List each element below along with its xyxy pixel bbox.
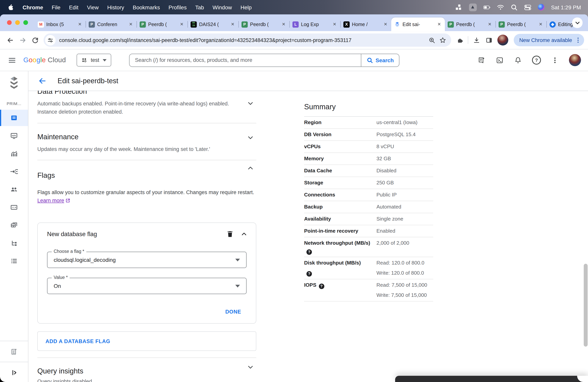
sidebar-item-replication[interactable] [0, 235, 28, 251]
menu-edit[interactable]: Edit [69, 4, 78, 10]
battery-icon[interactable] [483, 4, 490, 11]
tab-conference[interactable]: P Conferen ✕ [86, 18, 136, 31]
expand-query-insights-chevron[interactable] [245, 362, 255, 372]
menu-bookmarks[interactable]: Bookmarks [133, 4, 160, 10]
cloud-search-input[interactable] [129, 53, 361, 67]
sidebar-item-databases[interactable] [0, 199, 28, 215]
zoom-window-button[interactable] [23, 20, 28, 25]
tab-close-icon[interactable]: ✕ [281, 21, 287, 27]
download-icon[interactable] [470, 34, 483, 46]
console-body: PRIM... [0, 71, 588, 382]
help-icon[interactable]: ? [319, 284, 324, 289]
learn-more-link[interactable]: Learn more [37, 198, 64, 203]
tab-close-icon[interactable]: ✕ [332, 21, 337, 27]
minimize-window-button[interactable] [15, 20, 20, 25]
background-window-bar [395, 376, 588, 382]
tab-peerdb-4[interactable]: P Peerdb ( ✕ [496, 18, 546, 31]
sidebar-item-overview[interactable] [0, 110, 28, 126]
query-insights-status: Query insights disabled [37, 379, 256, 382]
sidebar-item-users[interactable] [0, 181, 28, 198]
menu-view[interactable]: View [87, 4, 99, 10]
summary-row-pitr: Point-in-time recoveryEnabled [304, 225, 433, 237]
tab-peerdb-1[interactable]: P Peerdb ( ✕ [137, 18, 188, 31]
tab-x-home[interactable]: X Home / ✕ [341, 18, 391, 31]
side-panel-icon[interactable] [483, 34, 495, 46]
flag-value-select[interactable]: Value * On [47, 278, 247, 294]
back-button[interactable] [4, 34, 16, 46]
vertical-scrollbar-thumb[interactable] [584, 264, 588, 347]
tab-close-icon[interactable]: ✕ [179, 21, 185, 27]
collapse-flag-card-chevron[interactable] [239, 229, 249, 239]
account-avatar[interactable] [569, 54, 581, 66]
browser-profile-avatar[interactable] [497, 35, 508, 45]
sidebar-release-notes[interactable] [0, 341, 28, 362]
menu-file[interactable]: File [52, 4, 61, 10]
tab-log-explorer[interactable]: L Log Exp ✕ [290, 18, 340, 31]
release-notes-icon[interactable] [477, 56, 486, 64]
site-settings-icon[interactable] [45, 35, 56, 45]
tab-inbox[interactable]: M Inbox (5 ✕ [35, 18, 85, 31]
delete-flag-button[interactable] [225, 229, 235, 239]
tab-close-icon[interactable]: ✕ [128, 21, 134, 27]
wifi-icon[interactable] [497, 4, 504, 11]
tab-peerdb-2[interactable]: P Peerdb ( ✕ [239, 18, 289, 31]
tab-close-icon[interactable]: ✕ [77, 21, 83, 27]
expand-data-protection-chevron[interactable] [245, 98, 255, 108]
url-text[interactable]: console.cloud.google.com/sql/instances/s… [59, 37, 426, 43]
menubar-clock[interactable]: Sat 1:29 PM [551, 4, 581, 10]
address-bar[interactable]: console.cloud.google.com/sql/instances/s… [43, 33, 451, 47]
control-center-icon[interactable] [524, 4, 531, 11]
stats-blocks-icon[interactable] [455, 4, 462, 11]
back-arrow-button[interactable] [36, 74, 49, 87]
hamburger-menu-icon[interactable] [7, 55, 17, 65]
flags-description: Flags allow you to customize granular as… [37, 188, 256, 205]
menu-help[interactable]: Help [241, 4, 252, 10]
cloud-shell-icon[interactable] [495, 56, 504, 64]
cloud-search-button[interactable]: Search [361, 53, 399, 67]
tab-close-icon[interactable]: ✕ [487, 21, 493, 27]
project-picker-button[interactable]: test [77, 54, 111, 66]
tab-search-chevron-button[interactable] [572, 18, 583, 28]
tab-dais24[interactable]: DAIS DAIS24 ( ✕ [188, 18, 238, 31]
menu-tab[interactable]: Tab [195, 4, 204, 10]
choose-flag-select[interactable]: Choose a flag * cloudsql.logical_decodin… [47, 252, 247, 268]
help-icon[interactable]: ? [532, 56, 541, 64]
menu-window[interactable]: Window [212, 4, 232, 10]
done-button[interactable]: DONE [225, 309, 241, 315]
spotlight-search-icon[interactable] [511, 4, 518, 11]
close-window-button[interactable] [7, 20, 12, 25]
sidebar-item-system-insights[interactable] [0, 127, 28, 144]
menu-history[interactable]: History [107, 4, 124, 10]
help-icon[interactable]: ? [306, 271, 312, 276]
tab-close-icon[interactable]: ✕ [383, 21, 388, 27]
tab-close-icon[interactable]: ✕ [230, 21, 236, 27]
add-database-flag-button[interactable]: ADD A DATABASE FLAG [37, 331, 256, 351]
tab-edit-instance-active[interactable]: Edit sai- ✕ [391, 18, 445, 31]
collapse-flags-chevron[interactable] [245, 163, 255, 173]
tab-close-icon[interactable]: ✕ [538, 21, 544, 27]
expand-maintenance-chevron[interactable] [245, 133, 255, 143]
menu-app-name[interactable]: Chrome [22, 4, 43, 10]
menubar-app-icon[interactable] [469, 3, 477, 11]
siri-icon[interactable] [538, 4, 545, 11]
help-icon[interactable]: ? [306, 249, 312, 255]
sidebar-item-connections[interactable] [0, 163, 28, 180]
sidebar-item-replicas[interactable] [0, 217, 28, 233]
menu-profiles[interactable]: Profiles [168, 4, 187, 10]
reload-button[interactable] [29, 34, 41, 46]
sidebar-item-operations[interactable] [0, 253, 28, 269]
bookmark-star-icon[interactable] [437, 35, 448, 45]
tab-peerdb-3[interactable]: P Peerdb ( ✕ [445, 18, 495, 31]
apple-menu-icon[interactable] [7, 4, 14, 11]
chrome-update-button[interactable]: New Chrome available ⋮ [514, 34, 584, 46]
zoom-page-icon[interactable] [426, 35, 437, 45]
google-cloud-logo[interactable]: Google Cloud [23, 56, 66, 64]
more-options-icon[interactable] [551, 56, 559, 64]
notifications-bell-icon[interactable] [514, 56, 522, 64]
forward-button[interactable] [16, 34, 29, 46]
sidebar-item-query-insights[interactable] [0, 146, 28, 162]
page-titlebar: Edit sai-peerdb-test [28, 71, 588, 91]
extensions-puzzle-icon[interactable] [453, 34, 466, 46]
browser-menu-icon[interactable]: ⋮ [575, 37, 581, 43]
tab-close-icon[interactable]: ✕ [436, 21, 442, 27]
